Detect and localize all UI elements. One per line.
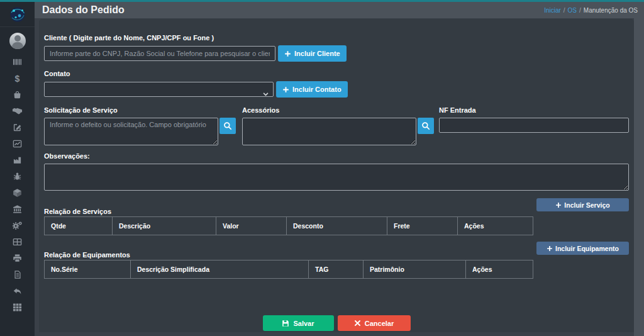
svg-text:$: $ <box>15 74 20 84</box>
top-accent-line <box>0 0 644 2</box>
servicos-col-valor: Valor <box>216 217 287 235</box>
cliente-label: Cliente ( Digite parte do Nome, CNPJ/CPF… <box>44 34 629 42</box>
save-button[interactable]: Salvar <box>263 315 334 331</box>
scrollbar-track[interactable] <box>634 2 644 336</box>
servicos-col-desconto: Desconto <box>287 217 387 235</box>
incluir-equipamento-button[interactable]: Incluir Equipamento <box>536 242 629 255</box>
nf-entrada-label: NF Entrada <box>439 106 629 114</box>
equipamentos-col-descricao: Descrição Simplificada <box>131 260 309 279</box>
handshake-icon[interactable] <box>12 106 23 116</box>
acessorios-label: Acessórios <box>242 106 439 114</box>
servicos-col-descricao: Descrição <box>113 217 216 235</box>
contato-label: Contato <box>44 70 629 77</box>
plus-icon <box>547 245 553 252</box>
incluir-servico-button[interactable]: Incluir Serviço <box>536 198 629 211</box>
equipamentos-col-acoes: Ações <box>466 260 533 279</box>
observacoes-label: Observações: <box>44 152 629 160</box>
close-icon <box>354 320 361 327</box>
cancel-button[interactable]: Cancelar <box>338 315 411 331</box>
breadcrumb: Iniciar / OS / Manutenção da OS <box>544 7 638 14</box>
servicos-table: Qtde Descrição Valor Desconto Frete Açõe… <box>44 216 533 235</box>
solicitacao-textarea[interactable] <box>44 118 218 145</box>
table-icon[interactable] <box>12 237 23 247</box>
equipamentos-col-tag: TAG <box>309 260 364 279</box>
plus-icon <box>555 202 562 208</box>
globe-logo-icon <box>9 6 26 23</box>
printer-icon[interactable] <box>12 253 23 264</box>
breadcrumb-separator: / <box>564 7 565 14</box>
user-avatar[interactable] <box>9 33 26 49</box>
page-header: Dados do Pedido Iniciar / OS / Manutençã… <box>35 2 644 18</box>
equipamentos-header-row: No.Série Descrição Simplificada TAG Patr… <box>45 260 533 279</box>
chart-line-icon[interactable] <box>12 138 23 149</box>
sidebar: $ <box>0 0 35 336</box>
observacoes-textarea[interactable] <box>44 164 629 191</box>
equipamentos-col-patrimonio: Patrimônio <box>364 260 466 279</box>
bank-icon[interactable] <box>12 204 23 215</box>
cogs-icon[interactable] <box>12 220 23 231</box>
industry-icon[interactable] <box>12 155 23 165</box>
search-icon <box>421 121 430 130</box>
breadcrumb-current: Manutenção da OS <box>584 7 638 14</box>
nf-entrada-input[interactable] <box>439 118 629 133</box>
file-invoice-icon[interactable] <box>12 269 23 280</box>
plus-icon <box>284 50 291 57</box>
servicos-col-frete: Frete <box>387 217 458 235</box>
sidebar-nav: $ <box>12 52 23 313</box>
breadcrumb-link-os[interactable]: OS <box>568 7 577 14</box>
dollar-icon[interactable]: $ <box>12 73 23 84</box>
servicos-col-acoes: Ações <box>458 217 533 235</box>
order-form-card: Cliente ( Digite parte do Nome, CNPJ/CPF… <box>39 19 634 332</box>
app-logo[interactable] <box>0 2 35 27</box>
cliente-search-input[interactable] <box>44 46 275 61</box>
cube-icon[interactable] <box>12 188 23 198</box>
barcode-icon[interactable] <box>12 57 23 67</box>
grid-icon[interactable] <box>12 302 23 313</box>
equipamentos-col-serie: No.Série <box>45 260 131 279</box>
equipamentos-table: No.Série Descrição Simplificada TAG Patr… <box>44 260 533 279</box>
save-icon <box>282 320 289 327</box>
servicos-header-row: Qtde Descrição Valor Desconto Frete Açõe… <box>45 217 533 235</box>
acessorios-textarea[interactable] <box>242 118 416 145</box>
reply-icon[interactable] <box>12 286 23 296</box>
breadcrumb-separator: / <box>579 7 581 14</box>
servicos-col-qtde: Qtde <box>45 217 113 235</box>
bug-icon[interactable] <box>12 171 23 182</box>
contato-select[interactable] <box>44 82 274 97</box>
incluir-cliente-button[interactable]: Incluir Cliente <box>278 45 347 62</box>
incluir-contato-button[interactable]: Incluir Contato <box>276 81 348 98</box>
acessorios-search-button[interactable] <box>418 118 434 134</box>
avatar-silhouette <box>12 42 23 49</box>
plus-icon <box>282 86 289 93</box>
avatar-silhouette <box>14 35 21 42</box>
edit-icon[interactable] <box>12 122 23 133</box>
solicitacao-search-button[interactable] <box>219 118 236 134</box>
search-icon <box>223 121 232 130</box>
equipamentos-section-title: Relação de Equipamentos <box>44 251 130 259</box>
servicos-section-title: Relação de Serviços <box>44 208 111 215</box>
breadcrumb-link-iniciar[interactable]: Iniciar <box>544 7 561 14</box>
solicitacao-label: Solicitação de Serviço <box>44 106 242 114</box>
page-title: Dados do Pedido <box>42 4 125 16</box>
shopping-bag-icon[interactable] <box>12 89 23 100</box>
chevron-down-icon <box>263 87 269 99</box>
